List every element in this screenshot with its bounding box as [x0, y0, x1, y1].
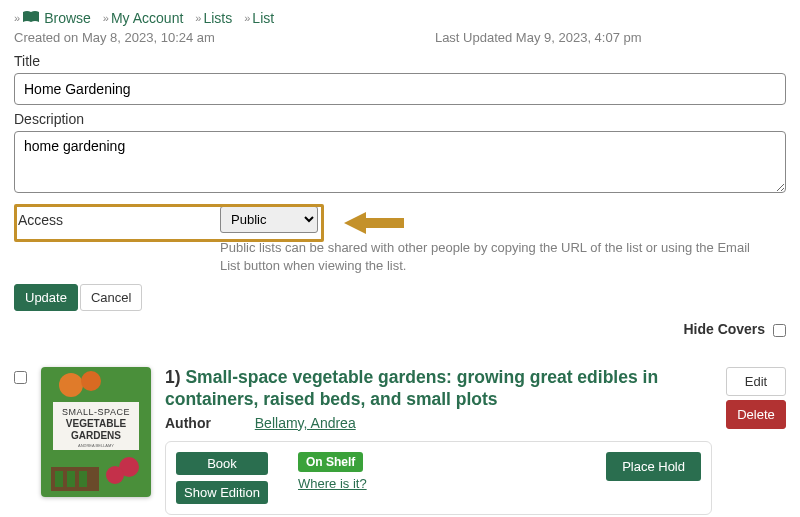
hide-covers-checkbox[interactable] — [773, 324, 786, 337]
author-row: Author Bellamy, Andrea — [165, 415, 712, 431]
svg-text:SMALL-SPACE: SMALL-SPACE — [62, 407, 130, 417]
status-badge: On Shelf — [298, 452, 363, 472]
breadcrumb-browse-label: Browse — [44, 10, 91, 26]
breadcrumb-list-label: List — [252, 10, 274, 26]
breadcrumb-lists-label: Lists — [203, 10, 232, 26]
raquo-icon: » — [195, 12, 201, 24]
raquo-icon: » — [244, 12, 250, 24]
author-label: Author — [165, 415, 211, 431]
description-textarea[interactable]: home gardening — [14, 131, 786, 193]
svg-text:ANDREA BELLAMY: ANDREA BELLAMY — [78, 443, 114, 448]
svg-rect-13 — [67, 471, 75, 487]
svg-point-10 — [106, 466, 124, 484]
raquo-icon: » — [103, 12, 109, 24]
description-label: Description — [14, 111, 786, 127]
created-on-label: Created on May 8, 2023, 10:24 am — [14, 30, 215, 45]
show-edition-button[interactable]: Show Edition — [176, 481, 268, 504]
raquo-icon: » — [14, 12, 20, 24]
item-main: 1) Small-space vegetable gardens: growin… — [165, 367, 712, 515]
item-actions: Edit Delete — [726, 367, 786, 429]
place-hold-button[interactable]: Place Hold — [606, 452, 701, 481]
arrow-left-icon — [344, 210, 404, 236]
svg-point-2 — [59, 373, 83, 397]
item-number: 1) — [165, 367, 181, 387]
hide-covers-label: Hide Covers — [683, 321, 765, 337]
hide-covers-control: Hide Covers — [14, 321, 786, 337]
access-help-text: Public lists can be shared with other pe… — [220, 239, 760, 274]
item-title-link[interactable]: Small-space vegetable gardens: growing g… — [165, 367, 658, 409]
delete-button[interactable]: Delete — [726, 400, 786, 429]
svg-point-3 — [81, 371, 101, 391]
svg-rect-14 — [79, 471, 87, 487]
title-input[interactable] — [14, 73, 786, 105]
breadcrumb-browse[interactable]: » Browse — [14, 10, 91, 26]
item-select-checkbox[interactable] — [14, 371, 27, 384]
format-book-button[interactable]: Book — [176, 452, 268, 475]
book-cover[interactable]: SMALL-SPACE VEGETABLE GARDENS ANDREA BEL… — [41, 367, 151, 497]
where-is-it-link[interactable]: Where is it? — [298, 476, 367, 491]
title-label: Title — [14, 53, 786, 69]
edit-button[interactable]: Edit — [726, 367, 786, 396]
status-column: On Shelf Where is it? — [298, 452, 367, 491]
format-buttons: Book Show Edition — [176, 452, 268, 504]
form-buttons: Update Cancel — [14, 284, 786, 311]
breadcrumb-my-account-label: My Account — [111, 10, 183, 26]
item-title: 1) Small-space vegetable gardens: growin… — [165, 367, 712, 411]
svg-text:GARDENS: GARDENS — [71, 430, 121, 441]
breadcrumb: » Browse » My Account » Lists » List — [14, 8, 786, 30]
breadcrumb-list[interactable]: » List — [244, 10, 274, 26]
author-link[interactable]: Bellamy, Andrea — [255, 415, 356, 431]
access-label: Access — [14, 206, 220, 234]
breadcrumb-my-account[interactable]: » My Account — [103, 10, 184, 26]
item-detail-card: Book Show Edition On Shelf Where is it? … — [165, 441, 712, 515]
cancel-button[interactable]: Cancel — [80, 284, 142, 311]
meta-row: Created on May 8, 2023, 10:24 am Last Up… — [14, 30, 786, 45]
book-open-icon — [22, 10, 40, 26]
svg-marker-0 — [344, 212, 404, 234]
access-row: Access Public Public lists can be shared… — [14, 206, 786, 274]
list-item: SMALL-SPACE VEGETABLE GARDENS ANDREA BEL… — [14, 367, 786, 515]
svg-rect-12 — [55, 471, 63, 487]
last-updated-label: Last Updated May 9, 2023, 4:07 pm — [435, 30, 642, 45]
update-button[interactable]: Update — [14, 284, 78, 311]
access-select[interactable]: Public — [220, 206, 318, 233]
breadcrumb-lists[interactable]: » Lists — [195, 10, 232, 26]
svg-text:VEGETABLE: VEGETABLE — [66, 418, 127, 429]
